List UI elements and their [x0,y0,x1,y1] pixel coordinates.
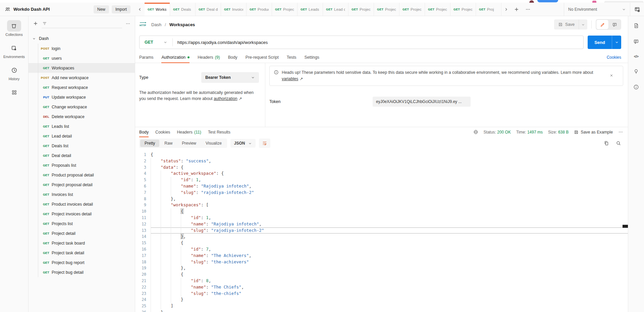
open-tab-1[interactable]: GETDeals li [170,3,196,16]
open-tab-10[interactable]: GETProjec [399,3,425,16]
save-options-button[interactable] [579,19,587,30]
request-item-delete-workspace[interactable]: DELDelete workspace [29,112,135,121]
request-item-deal-detail[interactable]: GETDeal detail [29,151,135,160]
open-tab-2[interactable]: GETDeal de [196,3,221,16]
rail-item-environments[interactable]: Environments [3,42,25,59]
request-item-project-invoices-detail[interactable]: GETProject invoices detail [29,209,135,219]
open-tab-7[interactable]: GETLead d [323,3,348,16]
tab-body[interactable]: Body [139,127,149,137]
tab-headers[interactable]: Headers(9) [198,52,220,63]
tab-headers[interactable]: Headers(11) [177,127,201,137]
auth-type-selector[interactable]: Bearer Token [201,72,259,83]
request-item-invoices-list[interactable]: GETInvoices list [29,190,135,199]
related-requests-icon[interactable] [633,68,639,74]
view-mode-pretty[interactable]: Pretty [140,140,159,147]
request-item-workspaces[interactable]: GETWorkspaces [29,63,135,73]
tabs-scroll-left-button[interactable] [135,3,145,16]
open-tab-0[interactable]: GETWorks [145,3,170,16]
request-item-project-task-board[interactable]: GETProject task board [29,238,135,248]
rail-item-collections[interactable]: Collections [5,20,22,37]
request-item-change-workspace[interactable]: GETChange workspace [29,102,135,112]
view-mode-preview[interactable]: Preview [177,140,201,147]
request-item-login[interactable]: POSTlogin [29,44,135,53]
open-tab-13[interactable]: GETProj [476,3,501,16]
method-selector[interactable]: GET [140,40,172,45]
tab-tests[interactable]: Tests [287,52,297,63]
url-input[interactable]: https://apps.rajodiya.com/dash/api/works… [173,40,273,45]
view-mode-raw[interactable]: Raw [160,140,177,147]
tab-params[interactable]: Params [139,52,153,63]
request-item-project-bug-report[interactable]: GETProject bug report [29,258,135,267]
tab-cookies[interactable]: Cookies [155,127,170,137]
cookies-link[interactable]: Cookies [607,55,621,60]
request-item-leads-list[interactable]: GETLeads list [29,121,135,131]
request-item-lead-detail[interactable]: GETLead detail [29,131,135,141]
breadcrumb-collection[interactable]: Dash [151,22,161,27]
request-item-product-invoices-detail[interactable]: GETProduct invoices detail [29,199,135,209]
comment-mode-button[interactable] [608,20,621,29]
tab-authorization[interactable]: Authorization [161,52,190,63]
filter-input[interactable] [49,21,121,26]
environment-quick-look-button[interactable] [630,3,644,16]
rail-item-apps[interactable] [7,87,21,98]
send-options-button[interactable] [612,36,621,49]
breadcrumb-request[interactable]: Workspaces [169,22,195,27]
status-value[interactable]: 200 OK [497,130,511,135]
rail-item-history[interactable]: History [7,64,21,81]
request-item-project-bug-detail[interactable]: GETProject bug detail [29,267,135,277]
edit-mode-button[interactable] [596,20,608,29]
request-item-users[interactable]: GETusers [29,53,135,63]
request-item-project-detail[interactable]: GETProject detail [29,228,135,238]
workspace-title[interactable]: Workdo Dash API [13,7,50,12]
open-tab-6[interactable]: GETLeads [298,3,323,16]
response-options-button[interactable] [618,129,623,135]
request-item-projects-list[interactable]: GETProjects list [29,219,135,228]
code-snippet-icon[interactable]: </> [634,54,639,58]
save-as-example-button[interactable]: Save as Example [574,130,613,135]
new-button[interactable]: New [94,5,109,13]
request-item-product-proposal-detail[interactable]: GETProduct proposal detail [29,170,135,180]
collection-dash[interactable]: Dash [29,34,135,44]
request-item-request-workspace[interactable]: GETRequest workspace [29,83,135,92]
format-selector[interactable]: JSON [230,139,256,148]
info-icon[interactable] [633,84,639,90]
size-value[interactable]: 638 B [558,130,569,135]
tab-body[interactable]: Body [228,52,237,63]
new-tab-button[interactable] [511,3,522,16]
open-tab-5[interactable]: GETProjec [272,3,298,16]
comments-icon[interactable] [633,39,639,44]
environment-selector[interactable]: No Environment [564,3,630,16]
tab-pre-request-script[interactable]: Pre-request Script [246,52,279,63]
time-value[interactable]: 1497 ms [527,130,543,135]
request-item-add-new-workspace[interactable]: POSTAdd new workspace [29,73,135,83]
token-input[interactable]: eyJ0eXAiOiJKV1QiLCJhbGciOiJIUzI1NiJ9.ey … [373,97,471,107]
documentation-icon[interactable] [633,23,639,29]
open-tab-9[interactable]: GETProjec [374,3,399,16]
open-tab-8[interactable]: GETProjec [348,3,374,16]
add-collection-button[interactable] [33,21,38,26]
tab-settings[interactable]: Settings [305,52,319,63]
response-body-editor[interactable]: 1{2"status": "success",3"data": {4"activ… [135,150,628,312]
banner-close-button[interactable] [609,73,613,77]
wrap-lines-button[interactable] [259,139,270,148]
request-item-proposals-list[interactable]: GETProposals list [29,160,135,170]
view-mode-visualize[interactable]: Visualize [201,140,226,147]
request-item-project-task-detail[interactable]: GETProject task detail [29,248,135,258]
variables-link[interactable]: variables [282,76,298,81]
search-button[interactable] [616,141,621,146]
tabs-scroll-right-button[interactable] [501,3,511,16]
authorization-link[interactable]: authorization [214,96,237,101]
open-tab-3[interactable]: GETInvoice [221,3,247,16]
request-item-project-proposal-detail[interactable]: GETProject proposal detail [29,180,135,190]
tab-test-results[interactable]: Test Results [208,127,230,137]
request-item-deals-list[interactable]: GETDeals list [29,141,135,151]
tab-options-button[interactable] [522,3,534,16]
import-button[interactable]: Import [112,5,130,13]
open-tab-12[interactable]: GETProjec [450,3,476,16]
open-tab-4[interactable]: GETProduc [247,3,272,16]
copy-button[interactable] [604,141,609,146]
save-button[interactable]: Save [554,22,579,27]
open-tab-11[interactable]: GETProjec [425,3,450,16]
request-item-update-workspace[interactable]: PUTUpdate workspace [29,92,135,102]
send-button[interactable]: Send [588,36,612,49]
